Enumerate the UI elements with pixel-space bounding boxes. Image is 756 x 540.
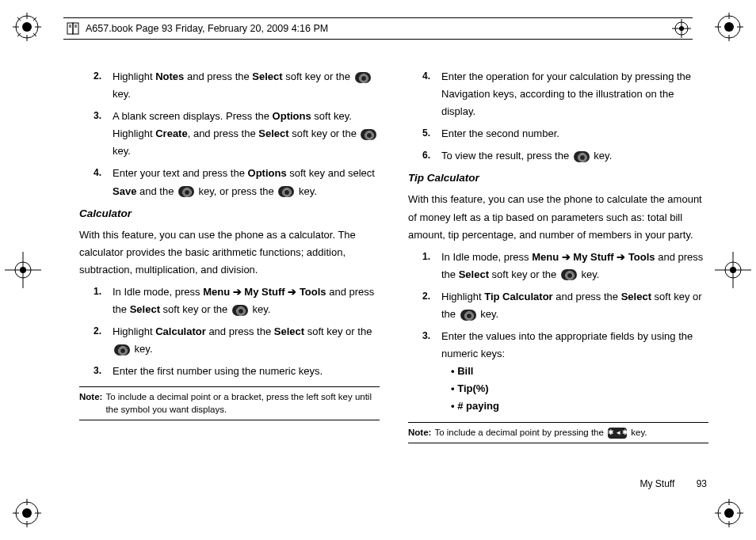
step-body: In Idle mode, press Menu ➔ My Stuff ➔ To…	[441, 249, 708, 283]
step-number: 3.	[422, 328, 441, 415]
svg-rect-37	[73, 23, 78, 34]
step-item: 6. To view the result, press the key.	[408, 147, 708, 165]
svg-point-45	[679, 26, 684, 31]
step-number: 2.	[94, 323, 113, 358]
note-text: To include a decimal point by pressing t…	[434, 427, 647, 439]
paragraph: With this feature, you can use the phone…	[79, 226, 380, 279]
crop-mark-icon	[715, 499, 743, 527]
svg-point-17	[22, 508, 32, 518]
step-item: 2. Highlight Tip Calculator and press th…	[408, 288, 708, 323]
paragraph: With this feature, you can use the phone…	[408, 191, 708, 243]
step-item: 3. A blank screen displays. Press the Op…	[79, 108, 380, 160]
step-number: 2.	[94, 68, 113, 103]
step-number: 3.	[94, 108, 113, 160]
step-item: 2. Highlight Calculator and press the Se…	[79, 323, 380, 358]
ok-key-icon	[278, 186, 294, 197]
step-body: Enter your text and press the Options so…	[113, 165, 380, 200]
ok-key-icon	[178, 186, 194, 197]
step-body: In Idle mode, press Menu ➔ My Stuff ➔ To…	[113, 283, 380, 318]
page-footer: My Stuff 93	[640, 478, 708, 489]
svg-point-31	[20, 267, 26, 273]
crop-mark-icon	[715, 13, 743, 41]
step-body: Enter the operation for your calculation…	[441, 68, 708, 120]
step-item: 4. Enter your text and press the Options…	[79, 165, 380, 200]
target-icon	[672, 19, 691, 38]
step-body: Highlight Calculator and press the Selec…	[113, 323, 380, 358]
step-body: Enter the first number using the numeric…	[113, 363, 380, 380]
svg-point-1	[22, 22, 32, 32]
page-header: A657.book Page 93 Friday, February 20, 2…	[63, 17, 693, 40]
list-item: # paying	[451, 397, 708, 415]
note-block: Note: To include a decimal point or a br…	[79, 386, 380, 420]
step-number: 1.	[422, 249, 441, 283]
page-content: 2. Highlight Notes and press the Select …	[79, 68, 708, 485]
step-item: 4. Enter the operation for your calculat…	[408, 68, 708, 120]
ok-key-icon	[355, 72, 371, 83]
step-item: 5. Enter the second number.	[408, 125, 708, 143]
step-body: Highlight Tip Calculator and press the S…	[441, 288, 708, 323]
ok-key-icon	[114, 344, 130, 356]
ok-key-icon	[232, 305, 248, 316]
ok-key-icon	[574, 151, 590, 162]
registration-mark-icon	[5, 252, 41, 288]
note-label: Note:	[408, 427, 431, 439]
note-text: To include a decimal point or a bracket,…	[105, 391, 380, 416]
bullet-list: Bill Tip(%) # paying	[441, 363, 708, 415]
star-key-icon: ✱ ◂ ✱	[608, 428, 627, 439]
ok-key-icon	[460, 310, 476, 321]
step-number: 2.	[422, 288, 441, 323]
crop-mark-icon	[13, 13, 41, 41]
step-item: 1. In Idle mode, press Menu ➔ My Stuff ➔…	[79, 283, 380, 318]
header-text: A657.book Page 93 Friday, February 20, 2…	[86, 23, 328, 34]
svg-point-11	[724, 22, 734, 32]
step-item: 1. In Idle mode, press Menu ➔ My Stuff ➔…	[408, 249, 708, 283]
step-body: A blank screen displays. Press the Optio…	[113, 108, 380, 160]
step-number: 6.	[422, 147, 441, 165]
step-body: Highlight Notes and press the Select sof…	[113, 68, 380, 103]
ok-key-icon	[561, 269, 577, 280]
step-item: 3. Enter the values into the appropriate…	[408, 328, 708, 415]
ok-key-icon	[361, 129, 376, 140]
note-label: Note:	[79, 391, 102, 416]
svg-point-35	[730, 267, 736, 273]
step-body: To view the result, press the key.	[441, 147, 708, 165]
step-number: 5.	[422, 125, 441, 143]
right-column: 4. Enter the operation for your calculat…	[408, 68, 708, 485]
footer-section: My Stuff	[640, 478, 675, 489]
step-number: 4.	[94, 165, 113, 200]
step-number: 1.	[94, 283, 113, 318]
step-number: 3.	[94, 363, 113, 380]
step-body: Enter the values into the appropriate fi…	[441, 328, 708, 415]
page-number: 93	[697, 478, 707, 489]
step-number: 4.	[422, 68, 441, 120]
registration-mark-icon	[715, 252, 751, 288]
svg-point-23	[724, 508, 734, 518]
note-block: Note: To include a decimal point by pres…	[408, 422, 708, 444]
left-column: 2. Highlight Notes and press the Select …	[79, 68, 380, 485]
book-icon	[65, 21, 81, 36]
step-item: 2. Highlight Notes and press the Select …	[79, 68, 380, 103]
section-heading-tip-calculator: Tip Calculator	[408, 169, 708, 188]
list-item: Bill	[451, 363, 708, 380]
step-body: Enter the second number.	[441, 125, 708, 143]
list-item: Tip(%)	[451, 380, 708, 397]
crop-mark-icon	[13, 499, 41, 527]
step-item: 3. Enter the first number using the nume…	[79, 363, 380, 380]
section-heading-calculator: Calculator	[79, 205, 380, 223]
svg-rect-36	[67, 23, 73, 34]
